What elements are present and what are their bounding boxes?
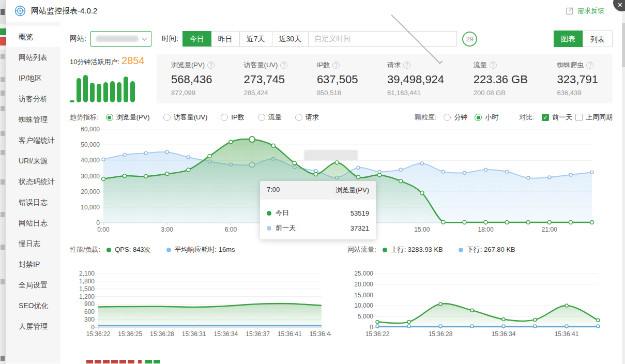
help-icon[interactable]: ? [332,62,340,69]
time-filter-today[interactable]: 今日 [182,31,211,47]
modal-header: 网站监控报表-4.0.2 需求反馈 [6,0,625,22]
compare-checkbox-prev-day[interactable]: ✓前一天 [542,113,572,122]
compare-checkbox-label: 前一天 [552,113,572,122]
sidebar-item-site-list[interactable]: 网站列表 [6,47,60,68]
scrollbar-thumb[interactable] [622,23,625,67]
time-filter-yesterday[interactable]: 昨日 [211,31,240,47]
help-icon[interactable]: ? [586,62,593,69]
metric-radio-ip[interactable]: IP数 [221,113,244,122]
app-logo-icon [14,5,26,17]
svg-text:15:36:22: 15:36:22 [365,330,390,338]
svg-text:15:36:31: 15:36:31 [182,330,206,338]
metric-radio-requests[interactable]: 请求 [295,113,319,122]
metric-radio-traffic[interactable]: 流量 [258,113,282,122]
sidebar-item-status-code-stats[interactable]: 状态码统计 [6,171,60,192]
background-text-fragment [1,179,5,185]
svg-text:50,000: 50,000 [81,141,100,148]
metric-radio-pv[interactable]: 浏览量(PV) [106,113,150,122]
sidebar-item-error-log[interactable]: 错误日志 [6,192,60,213]
time-filter-last30days[interactable]: 近30天 [272,31,309,47]
svg-text:0: 0 [91,324,95,331]
stat-label: 请求 [387,60,401,70]
stat-value: 223.36 GB [474,73,528,86]
metric-radio-uv[interactable]: 访客量(UV) [163,113,208,122]
site-select[interactable] [90,31,151,47]
background-text-fragment [1,9,5,15]
active-users-bar [97,84,101,102]
sidebar-item-ip-region[interactable]: IP/地区 [6,68,60,88]
feedback-button[interactable]: 需求反馈 [577,6,604,16]
stat-prev-value: 200.08 GB [474,89,528,97]
stat-value: 273,745 [244,73,288,86]
series-dot-today [267,211,271,216]
sidebar-item-site-log[interactable]: 网站日志 [6,213,60,233]
help-icon[interactable]: ? [280,62,287,69]
stats-row: 10分钟活跃用户:2854 浏览量(PV)? 568,436 872,099 访… [70,54,613,103]
series-dot-qps [106,248,111,252]
stat-value: 568,436 [171,73,215,86]
svg-text:15:36:34: 15:36:34 [214,330,238,338]
traffic-chart[interactable]: 05,00010,00015,00020,00025,00015:36:2215… [347,254,608,338]
sidebar-item-overview[interactable]: 概览 [6,26,60,47]
granularity-radio-hour[interactable]: 小时 [475,113,498,122]
bottom-charts-row: 性能/负载: QPS: 843次 平均响应耗时: 16ms 0300600900… [70,245,613,338]
svg-text:40,000: 40,000 [81,157,100,164]
view-toggle-chart[interactable]: 图表 [554,31,583,47]
sidebar-item-spider-management[interactable]: 蜘蛛管理 [6,109,60,130]
sidebar-item-client-stats[interactable]: 客户端统计 [6,130,60,150]
help-icon[interactable]: ? [490,62,497,69]
series-dot-downstream [459,248,463,252]
active-users-bar [90,83,95,102]
stat-card-requests: 请求? 39,498,924 61,163,441 [387,60,444,97]
background-red-icon-fragment [0,37,6,46]
help-icon[interactable]: ? [207,62,215,69]
active-users-bar [103,82,108,102]
sidebar-item-seo[interactable]: SEO优化 [6,295,60,316]
compare-checkbox-label: 上周同期 [586,113,613,122]
checkbox-checked-icon: ✓ [542,114,549,121]
metric-radio-label: 浏览量(PV) [116,113,150,122]
granularity-radio-label: 分钟 [454,113,467,122]
sidebar-item-uri-source[interactable]: URI/来源 [6,150,60,171]
radio-icon [258,114,265,121]
tooltip-row-prev-day: 前一天 37321 [267,223,369,233]
time-filter-last7days[interactable]: 近7天 [239,31,272,47]
legend-item-downstream: 下行: 267.80 KB [459,245,515,254]
sidebar-item-global-settings[interactable]: 全局设置 [6,275,60,295]
granularity-label: 颗粒度: [415,113,437,122]
view-toggle: 图表 列表 [554,31,613,47]
series-dot-response-time [166,248,171,252]
active-users-minibar [70,73,157,102]
scrollbar-track[interactable] [622,0,625,364]
sidebar-item-banned-ip[interactable]: 封禁IP [6,254,60,275]
trend-chart[interactable]: 010,00020,00030,00040,00050,00060,0000:0… [70,124,613,237]
tooltip-row-today: 今日 53519 [267,208,369,218]
sidebar-item-screen-management[interactable]: 大屏管理 [6,316,60,337]
active-users-bar [130,81,135,102]
help-icon[interactable]: ? [403,62,410,69]
active-users-label: 10分钟活跃用户: [70,58,119,66]
legend-label: 下行: 267.80 KB [467,245,515,254]
trend-controls: 趋势指标: 浏览量(PV) 访客量(UV) IP数 流量 请求 颗粒度: 分钟 … [70,113,613,122]
watermark-blurred [304,150,358,160]
sidebar-item-slow-log[interactable]: 慢日志 [6,233,60,254]
tooltip-series-label: 今日 [276,208,289,218]
stat-label: 流量 [474,60,487,70]
custom-time-select[interactable]: 自定义时间 [308,31,457,47]
compare-checkbox-last-week[interactable]: 上周同期 [575,113,613,122]
tooltip-time: 7:00 [267,186,280,195]
radio-icon [221,114,228,121]
perf-chart[interactable]: 03006009001,2001,5001,8002,10015:36:2215… [70,254,331,338]
legend-item-upstream: 上行: 3283.93 KB [383,245,443,254]
stat-card-ip: IP数? 637,505 850,518 [317,60,358,97]
metric-radio-label: IP数 [231,113,244,122]
filter-toolbar: 网站: 时间: 今日 昨日 近7天 近30天 自定义时间 29 [70,31,613,47]
view-toggle-list[interactable]: 列表 [583,31,613,47]
svg-text:900: 900 [84,300,95,308]
chart-tooltip: 7:00 浏览量(PV) 今日 53519 前一天 37321 [260,181,376,239]
svg-text:60,000: 60,000 [81,126,100,133]
sidebar-item-visitor-analysis[interactable]: 访客分析 [6,88,60,109]
tooltip-series-value: 53519 [350,209,369,217]
granularity-radio-minute[interactable]: 分钟 [444,113,467,122]
svg-text:1,200: 1,200 [79,293,95,300]
